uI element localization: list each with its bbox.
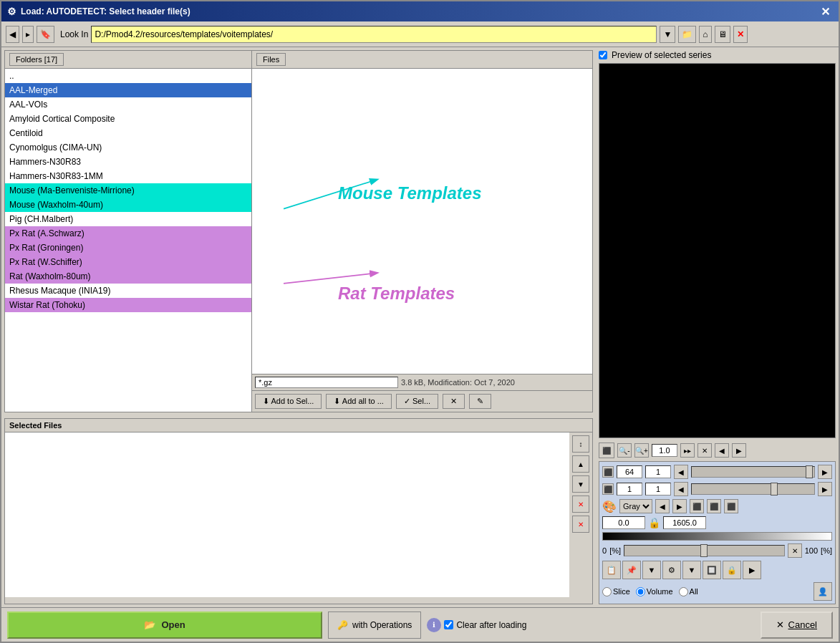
zoom-out-button[interactable]: 🔍-	[617, 443, 632, 458]
list-item[interactable]: Rhesus Macaque (INIA19)	[5, 284, 251, 298]
bookmarks-button[interactable]: 🔖	[37, 26, 54, 43]
img-ctrl-square-1[interactable]: ⬛	[602, 466, 614, 478]
add-to-sel-button[interactable]: ⬇ Add to Sel...	[255, 394, 322, 409]
nav-settings-button[interactable]: ⬛	[599, 443, 614, 458]
frame-value-3[interactable]	[617, 483, 642, 495]
cancel-button[interactable]: ✕ Cancel	[761, 611, 833, 639]
all-radio[interactable]	[679, 587, 688, 596]
list-item[interactable]: AAL-Merged	[5, 83, 251, 97]
nav-x-button[interactable]: ✕	[697, 443, 712, 458]
down-button[interactable]: ▼	[572, 475, 589, 493]
path-input[interactable]	[91, 26, 657, 43]
zoom-in-button[interactable]: 🔍+	[634, 443, 649, 458]
color-right[interactable]: ▶	[672, 499, 687, 513]
folders-tab[interactable]: Folders [17]	[9, 53, 64, 66]
back-button[interactable]: ◀	[6, 26, 19, 43]
slice-radio[interactable]	[602, 587, 612, 596]
folders-pane: Folders [17] ..AAL-MergedAAL-VOIsAmyloid…	[5, 51, 252, 412]
preview-checkbox[interactable]	[599, 51, 607, 59]
img-ctrl-square-2[interactable]: ⬛	[602, 483, 614, 495]
clear-button[interactable]: ✕	[443, 394, 465, 409]
list-item[interactable]: Centiloid	[5, 126, 251, 140]
remove-button[interactable]: ✕	[572, 495, 589, 513]
zoom-input[interactable]	[652, 444, 677, 457]
list-item[interactable]: Cynomolgus (CIMA-UN)	[5, 140, 251, 155]
list-item[interactable]: Wistar Rat (Tohoku)	[5, 298, 251, 312]
with-operations-button[interactable]: 🔑 with Operations	[328, 611, 421, 639]
icon-btn-2[interactable]: 📌	[622, 561, 641, 579]
load-icon-button[interactable]: 👤	[814, 582, 832, 601]
list-item[interactable]: Hammers-N30R83	[5, 155, 251, 169]
icon-btn-dropdown-2[interactable]: ▼	[682, 561, 701, 579]
icon-btn-4[interactable]: 🔲	[703, 561, 721, 579]
home-button[interactable]: ⌂	[699, 26, 711, 43]
slider-right-1[interactable]: ▶	[818, 465, 832, 479]
min-input[interactable]	[602, 516, 645, 529]
slider-left-1[interactable]: ◀	[674, 465, 688, 479]
list-item[interactable]: Rat (Waxholm-80um)	[5, 269, 251, 284]
clear-all-button[interactable]: ✕	[572, 516, 589, 533]
icon-btn-6[interactable]: ▶	[743, 561, 761, 579]
open-button[interactable]: 📂 Open	[7, 611, 322, 639]
slider-left-2[interactable]: ◀	[674, 482, 688, 496]
max-input[interactable]	[663, 516, 706, 529]
color-btn-1[interactable]: ⬛	[690, 499, 704, 513]
window-close-button[interactable]: ✕	[818, 5, 833, 19]
percent-unit-2: [%]	[821, 546, 832, 555]
icon-toolbar: 📋 📌 ▼ ⚙ ▼ 🔲 🔒 ▶	[602, 561, 832, 579]
color-row: 🎨 Gray ◀ ▶ ⬛ ⬛ ⬛	[602, 499, 832, 513]
list-item[interactable]: Hammers-N30R83-1MM	[5, 169, 251, 183]
fit-button[interactable]: ▸▸	[680, 443, 695, 458]
add-all-button[interactable]: ⬇ Add all to ...	[326, 394, 392, 409]
color-btn-2[interactable]: ⬛	[707, 499, 721, 513]
files-tab[interactable]: Files	[256, 53, 286, 66]
sel-button[interactable]: ✓ Sel...	[396, 394, 438, 409]
icon-btn-dropdown[interactable]: ▼	[642, 561, 661, 579]
volume-radio-label[interactable]: Volume	[636, 587, 673, 596]
list-item[interactable]: ..	[5, 69, 251, 83]
separator-icon: ▸	[22, 26, 34, 43]
list-item[interactable]: Pig (CH.Malbert)	[5, 212, 251, 226]
selected-files-header: Selected Files	[5, 419, 592, 432]
slice-radio-label[interactable]: Slice	[602, 587, 630, 596]
frame-value-1[interactable]	[617, 465, 642, 478]
percent-x-button[interactable]: ✕	[788, 543, 802, 558]
computer-button[interactable]: 🖥	[715, 26, 730, 43]
preview-label: Preview of selected series	[612, 50, 711, 60]
annotation-arrows	[252, 69, 592, 374]
color-select[interactable]: Gray	[619, 499, 652, 513]
window-title: Load: AUTODETECT: Select header file(s)	[21, 6, 190, 16]
file-filter-input[interactable]	[255, 377, 398, 388]
list-item[interactable]: Amyloid Cortical Composite	[5, 112, 251, 126]
folder-button[interactable]: 📁	[678, 26, 696, 43]
frame-value-2[interactable]	[645, 465, 671, 478]
volume-radio[interactable]	[636, 587, 645, 596]
frame-value-4[interactable]	[645, 483, 671, 495]
selected-files-list[interactable]	[5, 432, 569, 597]
list-item[interactable]: Mouse (Ma-Benveniste-Mirrione)	[5, 183, 251, 198]
list-item[interactable]: Px Rat (A.Schwarz)	[5, 226, 251, 241]
info-icon: ℹ	[427, 618, 441, 632]
files-pane: Files Mouse Templates Rat Templates	[252, 51, 592, 412]
edit-button[interactable]: ✎	[469, 394, 491, 409]
icon-btn-3[interactable]: ⚙	[662, 561, 681, 579]
list-item[interactable]: AAL-VOIs	[5, 97, 251, 112]
all-radio-label[interactable]: All	[679, 587, 698, 596]
list-item[interactable]: Mouse (Waxholm-40um)	[5, 198, 251, 212]
slider-right-2[interactable]: ▶	[818, 482, 832, 496]
close-toolbar-button[interactable]: ✕	[733, 26, 748, 43]
sort-button[interactable]: ↕	[572, 435, 589, 453]
list-item[interactable]: Px Rat (Groningen)	[5, 241, 251, 255]
slider-1[interactable]	[691, 466, 815, 478]
color-btn-3[interactable]: ⬛	[724, 499, 738, 513]
next-frame-button[interactable]: ▶	[732, 443, 746, 458]
icon-btn-5[interactable]: 🔒	[723, 561, 741, 579]
slider-2[interactable]	[691, 483, 815, 495]
clear-checkbox[interactable]	[444, 620, 453, 629]
prev-frame-button[interactable]: ◀	[715, 443, 729, 458]
dropdown-button[interactable]: ▼	[660, 26, 675, 43]
up-button[interactable]: ▲	[572, 455, 589, 473]
icon-btn-1[interactable]: 📋	[602, 561, 621, 579]
list-item[interactable]: Px Rat (W.Schiffer)	[5, 255, 251, 269]
color-left[interactable]: ◀	[655, 499, 670, 513]
